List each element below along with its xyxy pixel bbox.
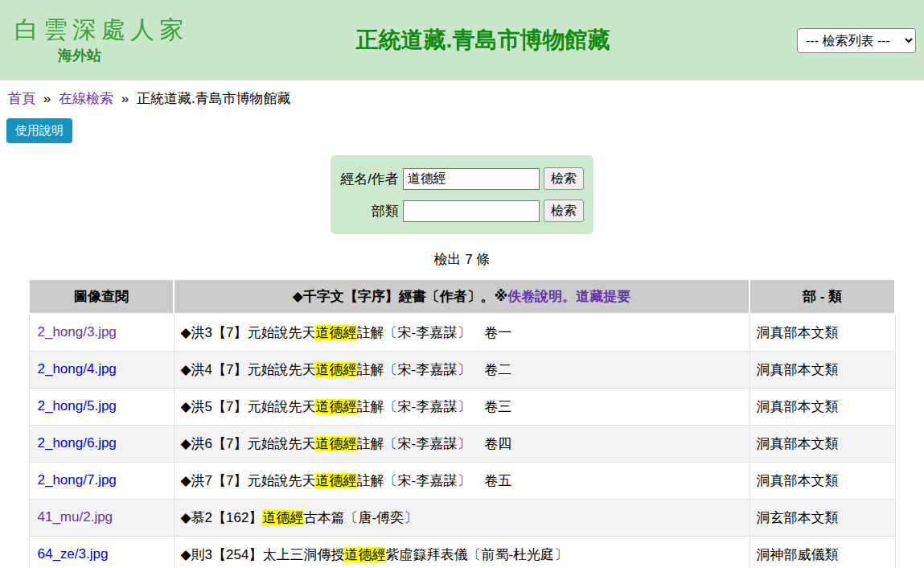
- header-title-separator: 。: [562, 289, 576, 304]
- image-link[interactable]: 41_mu/2.jpg: [38, 509, 113, 525]
- image-link[interactable]: 2_hong/3.jpg: [38, 324, 117, 340]
- title-text: ◆洪4【7】元始說先天: [181, 362, 316, 377]
- missing-volume-note-link[interactable]: 佚卷說明: [507, 289, 562, 304]
- image-link[interactable]: 2_hong/6.jpg: [38, 435, 117, 451]
- highlight-term: 道德經: [315, 436, 356, 451]
- category-search-button[interactable]: 檢索: [544, 200, 584, 222]
- title-text: 註解〔宋-李嘉謀〕 卷三: [356, 399, 511, 414]
- breadcrumb: 首頁 » 在線檢索 » 正統道藏.青島市博物館藏: [8, 89, 924, 108]
- highlight-term: 道德經: [315, 325, 356, 340]
- title-text: 紫虛籙拜表儀〔前蜀-杜光庭〕: [385, 547, 568, 562]
- header-image-column: 圖像查閱: [29, 279, 174, 314]
- title-text: 註解〔宋-李嘉謀〕 卷四: [356, 436, 511, 451]
- category-cell: 洞真部本文類: [749, 314, 895, 351]
- highlight-term: 道德經: [315, 473, 356, 488]
- title-text: ◆洪3【7】元始說先天: [181, 325, 316, 340]
- image-link-cell: 2_hong/7.jpg: [29, 462, 174, 499]
- table-row: 41_mu/2.jpg ◆慕2【162】道德經古本篇〔唐-傅奕〕 洞玄部本文類: [29, 499, 895, 536]
- image-link-cell: 2_hong/3.jpg: [29, 314, 174, 351]
- header-category-column: 部 - 類: [749, 279, 895, 314]
- image-link-cell: 64_ze/3.jpg: [29, 536, 174, 568]
- breadcrumb-home-link[interactable]: 首頁: [8, 91, 35, 106]
- title-cell: ◆則3【254】太上三洞傳授道德經紫虛籙拜表儀〔前蜀-杜光庭〕: [174, 536, 749, 568]
- title-text: 註解〔宋-李嘉謀〕 卷五: [356, 473, 511, 488]
- title-cell: ◆洪5【7】元始說先天道德經註解〔宋-李嘉謀〕 卷三: [174, 388, 749, 425]
- usage-instructions-button[interactable]: 使用說明: [6, 118, 72, 143]
- table-row: 2_hong/4.jpg ◆洪4【7】元始說先天道德經註解〔宋-李嘉謀〕 卷二 …: [29, 351, 895, 388]
- title-text: ◆則3【254】太上三洞傳授: [181, 547, 345, 562]
- highlight-term: 道德經: [344, 547, 385, 562]
- image-link[interactable]: 2_hong/7.jpg: [38, 472, 117, 488]
- table-row: 2_hong/6.jpg ◆洪6【7】元始說先天道德經註解〔宋-李嘉謀〕 卷四 …: [29, 425, 895, 462]
- name-author-label: 經名/作者: [340, 170, 399, 188]
- title-text: ◆洪7【7】元始說先天: [181, 473, 316, 488]
- image-link[interactable]: 64_ze/3.jpg: [38, 546, 109, 562]
- title-cell: ◆洪6【7】元始說先天道德經註解〔宋-李嘉謀〕 卷四: [174, 425, 749, 462]
- image-link-cell: 41_mu/2.jpg: [29, 499, 174, 536]
- name-author-input[interactable]: [403, 168, 540, 190]
- category-cell: 洞玄部本文類: [749, 499, 895, 536]
- name-author-search-button[interactable]: 檢索: [544, 167, 584, 190]
- title-text: 古本篇〔唐-傅奕〕: [303, 510, 417, 525]
- table-header-row: 圖像查閱 ◆千字文【字序】經書〔作者〕。※佚卷說明。道藏提要 部 - 類: [29, 279, 895, 314]
- search-list-dropdown[interactable]: --- 檢索列表 ---: [797, 28, 916, 53]
- category-cell: 洞神部威儀類: [749, 536, 895, 568]
- search-list-dropdown-wrap: --- 檢索列表 ---: [797, 28, 924, 53]
- category-cell: 洞真部本文類: [749, 388, 895, 425]
- image-link-cell: 2_hong/4.jpg: [29, 351, 174, 388]
- table-row: 2_hong/5.jpg ◆洪5【7】元始說先天道德經註解〔宋-李嘉謀〕 卷三 …: [29, 388, 895, 425]
- breadcrumb-online-search-link[interactable]: 在線檢索: [59, 91, 113, 106]
- search-form: 經名/作者 檢索 部類 檢索: [331, 155, 593, 234]
- category-label: 部類: [372, 202, 399, 220]
- site-logo-text: 白雲深處人家: [14, 16, 169, 43]
- top-banner: 白雲深處人家 海外站 正統道藏.青島市博物館藏 --- 檢索列表 ---: [0, 0, 924, 80]
- category-cell: 洞真部本文類: [749, 462, 895, 499]
- title-text: ◆洪5【7】元始說先天: [181, 399, 316, 414]
- breadcrumb-separator: »: [121, 91, 129, 106]
- image-link[interactable]: 2_hong/5.jpg: [38, 398, 117, 414]
- title-cell: ◆洪4【7】元始說先天道德經註解〔宋-李嘉謀〕 卷二: [174, 351, 749, 388]
- result-count: 檢出 7 條: [0, 250, 924, 269]
- results-table: 圖像查閱 ◆千字文【字序】經書〔作者〕。※佚卷說明。道藏提要 部 - 類 2_h…: [28, 278, 896, 568]
- title-cell: ◆慕2【162】道德經古本篇〔唐-傅奕〕: [174, 499, 749, 536]
- table-row: 64_ze/3.jpg ◆則3【254】太上三洞傳授道德經紫虛籙拜表儀〔前蜀-杜…: [29, 536, 895, 568]
- category-cell: 洞真部本文類: [749, 351, 895, 388]
- title-text: ◆慕2【162】: [181, 510, 263, 525]
- highlight-term: 道德經: [262, 510, 303, 525]
- category-input[interactable]: [403, 200, 540, 222]
- title-cell: ◆洪7【7】元始說先天道德經註解〔宋-李嘉謀〕 卷五: [174, 462, 749, 499]
- image-link[interactable]: 2_hong/4.jpg: [38, 361, 117, 377]
- site-logo-subtitle: 海外站: [58, 46, 169, 65]
- site-logo: 白雲深處人家 海外站: [0, 16, 169, 65]
- breadcrumb-current: 正統道藏.青島市博物館藏: [137, 91, 291, 106]
- category-cell: 洞真部本文類: [749, 425, 895, 462]
- breadcrumb-separator: »: [43, 91, 51, 106]
- title-text: 註解〔宋-李嘉謀〕 卷二: [356, 362, 511, 377]
- title-cell: ◆洪3【7】元始說先天道德經註解〔宋-李嘉謀〕 卷一: [174, 314, 749, 351]
- header-title-column: ◆千字文【字序】經書〔作者〕。※佚卷說明。道藏提要: [174, 279, 749, 314]
- page-title: 正統道藏.青島市博物館藏: [356, 27, 610, 52]
- image-link-cell: 2_hong/5.jpg: [29, 388, 174, 425]
- title-text: 註解〔宋-李嘉謀〕 卷一: [356, 325, 511, 340]
- table-row: 2_hong/7.jpg ◆洪7【7】元始說先天道德經註解〔宋-李嘉謀〕 卷五 …: [29, 462, 895, 499]
- page-title-wrap: 正統道藏.青島市博物館藏: [169, 25, 797, 56]
- daozang-summary-link[interactable]: 道藏提要: [576, 289, 630, 304]
- highlight-term: 道德經: [315, 399, 356, 414]
- table-row: 2_hong/3.jpg ◆洪3【7】元始說先天道德經註解〔宋-李嘉謀〕 卷一 …: [29, 314, 895, 351]
- highlight-term: 道德經: [315, 362, 356, 377]
- title-text: ◆洪6【7】元始說先天: [181, 436, 316, 451]
- image-link-cell: 2_hong/6.jpg: [29, 425, 174, 462]
- header-title-prefix: ◆千字文【字序】經書〔作者〕。※: [293, 289, 508, 304]
